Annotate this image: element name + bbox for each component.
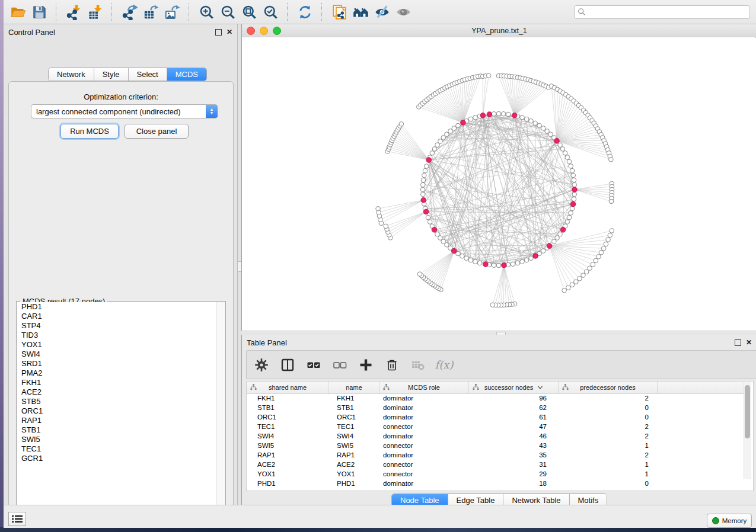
network-node[interactable] [432, 147, 437, 152]
mcds-hub-node[interactable] [451, 248, 457, 254]
network-node[interactable] [558, 143, 563, 148]
open-icon[interactable] [7, 2, 28, 22]
column-header-MCDS-role[interactable]: MCDS role [379, 382, 469, 393]
network-node[interactable] [424, 164, 429, 169]
network-node[interactable] [473, 115, 478, 120]
leaf-node[interactable] [566, 286, 571, 290]
network-node[interactable] [496, 111, 501, 116]
new-network-from-selection-icon[interactable] [328, 2, 350, 22]
network-node[interactable] [563, 151, 567, 156]
search-field[interactable] [574, 5, 750, 19]
mcds-result-item[interactable]: ORC1 [17, 406, 225, 416]
leaf-node[interactable] [584, 270, 589, 274]
close-panel-button[interactable]: Close panel [125, 124, 189, 139]
network-node[interactable] [428, 220, 432, 225]
show-all-icon[interactable] [393, 2, 414, 22]
select-all-icon[interactable] [305, 355, 323, 374]
mcds-result-item[interactable]: TID3 [17, 331, 225, 340]
network-node[interactable] [529, 118, 534, 123]
network-node[interactable] [420, 192, 425, 197]
mcds-hub-node[interactable] [554, 138, 560, 143]
network-node[interactable] [565, 155, 570, 160]
leaf-node[interactable] [591, 262, 595, 267]
mcds-result-item[interactable]: RAP1 [17, 416, 225, 425]
hide-selected-icon[interactable] [371, 2, 393, 22]
network-node[interactable] [569, 211, 573, 216]
network-node[interactable] [438, 236, 443, 241]
network-node[interactable] [572, 182, 577, 187]
float-window-icon[interactable] [735, 339, 741, 346]
delete-column-icon[interactable] [383, 355, 401, 374]
network-node[interactable] [537, 123, 542, 128]
mcds-hub-node[interactable] [461, 120, 466, 126]
mcds-hub-node[interactable] [533, 254, 538, 259]
table-row[interactable]: STB1STB1dominator620 [247, 403, 744, 412]
mcds-result-item[interactable]: GCR1 [17, 454, 225, 463]
network-node[interactable] [430, 151, 435, 156]
network-node[interactable] [511, 262, 515, 267]
mcds-result-item[interactable]: STB1 [17, 425, 225, 435]
network-node[interactable] [423, 168, 428, 173]
network-node[interactable] [524, 258, 529, 262]
network-node[interactable] [492, 263, 496, 268]
network-node[interactable] [492, 111, 496, 116]
network-node[interactable] [571, 173, 576, 178]
network-node[interactable] [541, 249, 546, 254]
leaf-node[interactable] [384, 224, 388, 229]
mcds-result-item[interactable]: STP4 [17, 321, 225, 331]
network-node[interactable] [570, 206, 575, 211]
network-node[interactable] [572, 178, 576, 182]
leaf-node[interactable] [609, 199, 614, 204]
zoom-in-icon[interactable] [196, 2, 217, 22]
leaf-node[interactable] [570, 283, 575, 287]
leaf-node[interactable] [399, 121, 404, 126]
mcds-hub-node[interactable] [547, 243, 552, 249]
refresh-icon[interactable] [294, 2, 315, 22]
network-node[interactable] [460, 254, 465, 258]
network-node[interactable] [545, 129, 550, 134]
mcds-result-item[interactable]: SWI4 [17, 350, 225, 359]
import-table-icon[interactable] [84, 2, 106, 22]
network-node[interactable] [435, 143, 440, 148]
leaf-node[interactable] [606, 238, 611, 242]
search-input[interactable] [586, 7, 749, 17]
network-node[interactable] [420, 187, 425, 192]
network-node[interactable] [572, 192, 577, 197]
network-node[interactable] [567, 159, 572, 164]
network-node[interactable] [448, 129, 453, 134]
create-column-icon[interactable] [357, 355, 375, 374]
close-panel-icon[interactable]: ✕ [227, 30, 232, 35]
network-node[interactable] [445, 243, 449, 248]
tab-mcds[interactable]: MCDS [167, 68, 206, 81]
mcds-result-item[interactable]: FKH1 [17, 378, 225, 387]
leaf-node[interactable] [486, 73, 491, 78]
network-node[interactable] [501, 111, 506, 116]
show-columns-icon[interactable] [279, 355, 296, 374]
mcds-result-item[interactable]: TEC1 [17, 444, 225, 454]
network-node[interactable] [441, 136, 446, 140]
leaf-node[interactable] [596, 254, 601, 259]
network-node[interactable] [445, 132, 449, 137]
mcds-hub-node[interactable] [487, 112, 492, 117]
network-node[interactable] [422, 173, 426, 178]
table-row[interactable]: TEC1TEC1connector472 [247, 422, 744, 431]
mcds-hub-node[interactable] [572, 187, 578, 193]
mcds-result-item[interactable]: CAR1 [17, 312, 225, 321]
leaf-node[interactable] [588, 266, 592, 271]
network-node[interactable] [421, 178, 426, 182]
network-node[interactable] [529, 256, 534, 261]
network-node[interactable] [435, 232, 440, 236]
zoom-fit-icon[interactable] [238, 2, 260, 22]
mcds-hub-node[interactable] [512, 113, 517, 118]
export-network-icon[interactable] [119, 2, 140, 22]
mcds-result-item[interactable]: PMA2 [17, 368, 225, 378]
network-node[interactable] [441, 239, 446, 244]
network-node[interactable] [468, 117, 473, 121]
network-node[interactable] [569, 164, 573, 169]
leaf-node[interactable] [604, 242, 608, 246]
criterion-select[interactable]: largest connected component (undirected)… [31, 104, 218, 118]
leaf-node[interactable] [610, 229, 614, 233]
network-window-titlebar[interactable]: YPA_prune.txt_1 [242, 24, 756, 38]
mcds-list-scrollbar[interactable] [216, 302, 225, 520]
leaf-node[interactable] [574, 280, 579, 284]
